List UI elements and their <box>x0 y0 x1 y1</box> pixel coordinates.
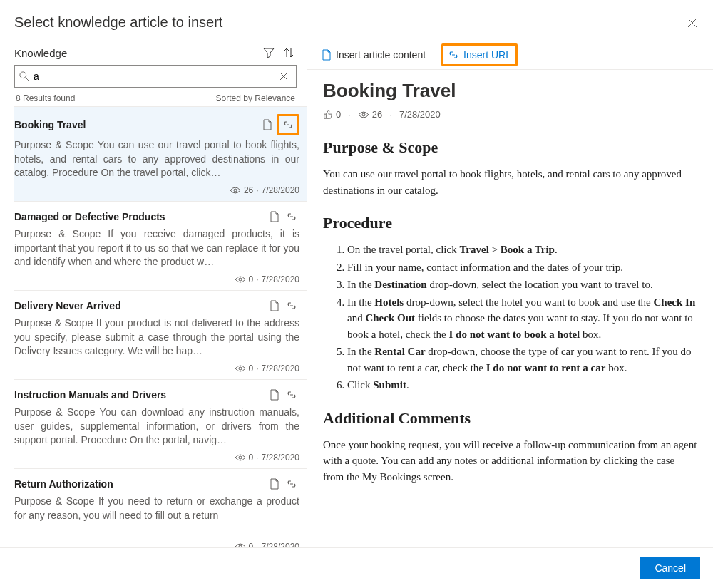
result-date: 7/28/2020 <box>262 274 299 284</box>
result-views: 0 <box>249 453 254 463</box>
svg-point-6 <box>362 113 365 116</box>
result-meta: 26·7/28/2020 <box>14 185 299 195</box>
views-icon <box>230 187 241 194</box>
tab-insert-url-label: Insert URL <box>463 49 511 61</box>
result-snippet: Purpose & Scope If you need to return or… <box>14 495 299 537</box>
result-date: 7/28/2020 <box>262 453 299 463</box>
svg-point-1 <box>234 189 237 192</box>
result-title: Delivery Never Arrived <box>14 300 267 311</box>
search-icon <box>19 71 29 81</box>
search-input[interactable] <box>29 70 272 83</box>
clear-search-icon[interactable] <box>276 68 292 84</box>
knowledge-header: Knowledge <box>14 47 257 59</box>
result-insert-content-icon[interactable] <box>267 476 282 492</box>
filter-icon[interactable] <box>261 45 277 61</box>
procedure-steps: On the travel portal, click Travel > Boo… <box>323 242 697 393</box>
result-title: Return Authorization <box>14 478 267 490</box>
result-card[interactable]: Instruction Manuals and DriversPurpose &… <box>14 380 307 469</box>
result-date: 7/28/2020 <box>262 363 299 373</box>
result-card[interactable]: Booking TravelPurpose & Scope You can us… <box>14 107 307 202</box>
result-insert-url-icon[interactable] <box>284 209 299 225</box>
search-input-container[interactable] <box>14 65 297 88</box>
result-insert-content-icon[interactable] <box>267 387 282 403</box>
paragraph-additional: Once your booking request, you will rece… <box>323 437 697 485</box>
result-snippet: Purpose & Scope If your product is not d… <box>14 316 299 359</box>
views-icon: 26 <box>358 109 382 120</box>
highlighted-tab: Insert URL <box>441 43 518 66</box>
svg-point-5 <box>239 545 242 547</box>
tab-insert-content-label: Insert article content <box>336 49 426 61</box>
result-views: 0 <box>249 542 254 547</box>
heading-purpose: Purpose & Scope <box>323 135 697 159</box>
svg-point-4 <box>239 456 242 459</box>
result-insert-content-icon[interactable] <box>267 298 282 314</box>
views-icon <box>235 454 246 461</box>
result-insert-url-icon[interactable] <box>284 476 299 492</box>
result-title: Instruction Manuals and Drivers <box>14 389 267 401</box>
result-insert-url-icon[interactable] <box>284 387 299 403</box>
result-title: Damaged or Defective Products <box>14 211 267 222</box>
result-views: 0 <box>249 274 254 284</box>
result-insert-url-icon[interactable] <box>280 117 296 133</box>
svg-point-3 <box>239 367 242 370</box>
result-meta: 0·7/28/2020 <box>14 453 299 463</box>
highlighted-link-action <box>277 114 299 135</box>
sorted-by: Sorted by Relevance <box>216 93 295 103</box>
thumbs-up-icon[interactable]: 0 <box>323 109 341 120</box>
dialog-title: Select knowledge article to insert <box>14 14 686 31</box>
views-icon <box>235 276 246 283</box>
preview-title: Booking Travel <box>323 80 697 102</box>
result-insert-content-icon[interactable] <box>267 209 282 225</box>
result-snippet: Purpose & Scope You can use our travel p… <box>14 138 299 181</box>
paragraph-purpose: You can use our travel portal to book fl… <box>323 166 697 198</box>
document-icon <box>322 49 332 61</box>
result-meta: 0·7/28/2020 <box>14 363 299 373</box>
heading-additional: Additional Comments <box>323 406 697 430</box>
svg-point-0 <box>20 72 26 78</box>
result-card[interactable]: Return AuthorizationPurpose & Scope If y… <box>14 469 307 547</box>
result-meta: 0·7/28/2020 <box>14 274 299 284</box>
result-card[interactable]: Delivery Never ArrivedPurpose & Scope If… <box>14 291 307 380</box>
result-date: 7/28/2020 <box>262 185 299 195</box>
tab-insert-url[interactable]: Insert URL <box>445 46 514 63</box>
heading-procedure: Procedure <box>323 211 697 234</box>
result-date: 7/28/2020 <box>262 542 299 547</box>
result-meta: 0·7/28/2020 <box>14 542 299 547</box>
sort-icon[interactable] <box>281 45 297 61</box>
results-list[interactable]: Booking TravelPurpose & Scope You can us… <box>14 106 307 547</box>
views-icon <box>235 365 246 372</box>
article-body: Purpose & Scope You can use our travel p… <box>323 135 697 485</box>
likes-count: 0 <box>336 109 341 120</box>
close-icon[interactable] <box>686 16 699 29</box>
cancel-button[interactable]: Cancel <box>640 557 700 579</box>
views-icon <box>235 543 246 547</box>
result-snippet: Purpose & Scope If you receive damaged p… <box>14 227 299 270</box>
results-count: 8 Results found <box>16 93 75 103</box>
preview-date: 7/28/2020 <box>399 109 441 120</box>
views-count: 26 <box>372 109 382 120</box>
tab-insert-content[interactable]: Insert article content <box>319 46 429 63</box>
result-insert-url-icon[interactable] <box>284 298 299 314</box>
link-icon <box>448 50 459 60</box>
result-snippet: Purpose & Scope You can download any ins… <box>14 406 299 448</box>
result-insert-content-icon[interactable] <box>260 117 275 133</box>
result-views: 0 <box>249 363 254 373</box>
result-card[interactable]: Damaged or Defective ProductsPurpose & S… <box>14 202 307 291</box>
svg-point-2 <box>239 278 242 281</box>
result-title: Booking Travel <box>14 119 260 130</box>
result-views: 26 <box>244 185 253 195</box>
